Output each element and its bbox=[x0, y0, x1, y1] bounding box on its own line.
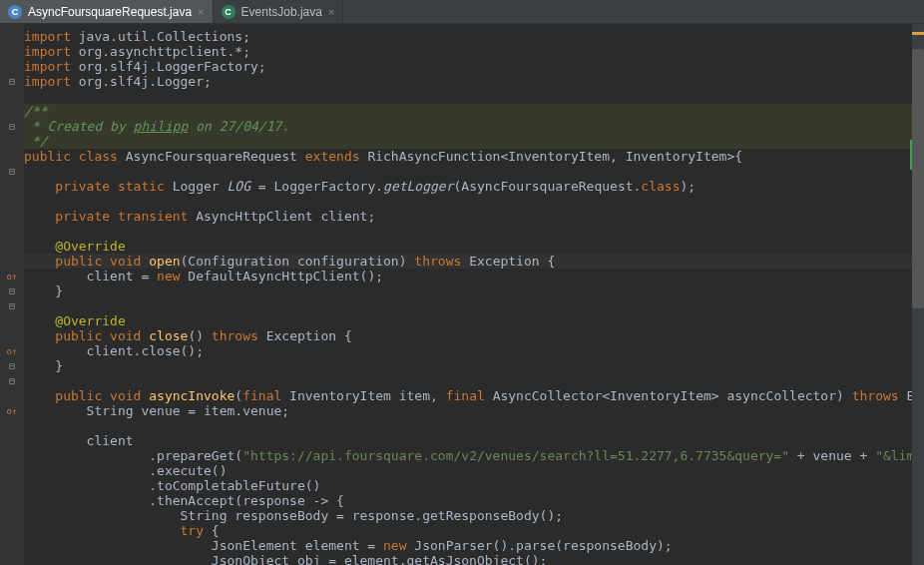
close-icon[interactable]: × bbox=[328, 6, 334, 18]
tab-label: AsyncFoursquareRequest.java bbox=[28, 5, 192, 19]
override-icon[interactable]: o↑ bbox=[0, 269, 24, 283]
gutter[interactable]: ⊟ ⊟ ⊟ o↑ ⊟ ⊟ o↑ ⊟ ⊟ o↑ bbox=[0, 24, 24, 565]
fold-icon[interactable]: ⊟ bbox=[0, 119, 24, 134]
tab-label: EventsJob.java bbox=[241, 5, 322, 19]
editor-area: ⊟ ⊟ ⊟ o↑ ⊟ ⊟ o↑ ⊟ ⊟ o↑ import java.util.… bbox=[0, 24, 924, 565]
override-icon[interactable]: o↑ bbox=[0, 403, 24, 418]
change-marker bbox=[910, 140, 912, 170]
class-icon: C bbox=[222, 5, 235, 19]
fold-icon[interactable]: ⊟ bbox=[0, 283, 24, 298]
close-icon[interactable]: × bbox=[198, 6, 204, 18]
scrollbar[interactable] bbox=[912, 24, 924, 565]
fold-icon[interactable]: ⊟ bbox=[0, 298, 24, 313]
warning-mark[interactable] bbox=[912, 32, 924, 35]
fold-icon[interactable]: ⊟ bbox=[0, 373, 24, 388]
fold-icon[interactable]: ⊟ bbox=[0, 164, 24, 179]
fold-icon[interactable]: ⊟ bbox=[0, 74, 24, 89]
override-icon[interactable]: o↑ bbox=[0, 343, 24, 358]
editor-tabs: C AsyncFoursquareRequest.java × C Events… bbox=[0, 0, 924, 24]
code-editor[interactable]: import java.util.Collections; import org… bbox=[24, 24, 924, 565]
tab-eventsjob[interactable]: C EventsJob.java × bbox=[214, 0, 344, 23]
scroll-thumb[interactable] bbox=[912, 49, 924, 308]
class-icon: C bbox=[8, 5, 22, 19]
tab-asyncfoursquare[interactable]: C AsyncFoursquareRequest.java × bbox=[0, 0, 214, 23]
fold-icon[interactable]: ⊟ bbox=[0, 358, 24, 373]
